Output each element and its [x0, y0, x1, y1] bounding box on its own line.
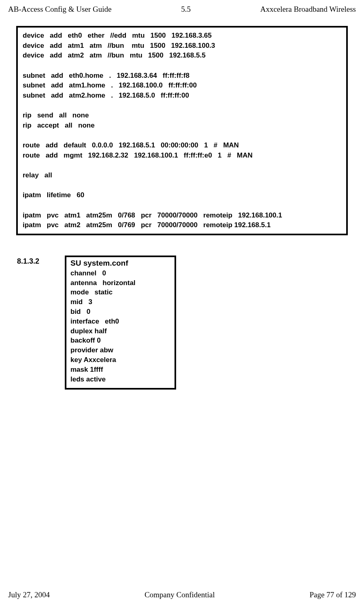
footer-page-number: Page 77 of 129	[309, 590, 356, 599]
footer-confidential: Company Confidential	[145, 590, 215, 599]
section-row: 8.1.3.2 SU system.conf channel 0 antenna…	[16, 256, 348, 390]
content-area: device add eth0 ether //edd mtu 1500 192…	[0, 14, 364, 390]
header-left: AB-Access Config & User Guide	[8, 5, 111, 14]
header-right: Axxcelera Broadband Wireless	[260, 5, 356, 14]
footer-date: July 27, 2004	[8, 590, 50, 599]
header-center: 5.5	[181, 5, 191, 14]
su-system-conf-box: SU system.conf channel 0 antenna horizon…	[65, 256, 176, 390]
config-code-block: device add eth0 ether //edd mtu 1500 192…	[16, 26, 348, 235]
page-footer: July 27, 2004 Company Confidential Page …	[0, 590, 364, 599]
su-system-conf-body: channel 0 antenna horizontal mode static…	[70, 268, 170, 384]
page-header: AB-Access Config & User Guide 5.5 Axxcel…	[0, 0, 364, 14]
section-number: 8.1.3.2	[16, 256, 65, 266]
su-system-conf-title: SU system.conf	[70, 259, 170, 268]
